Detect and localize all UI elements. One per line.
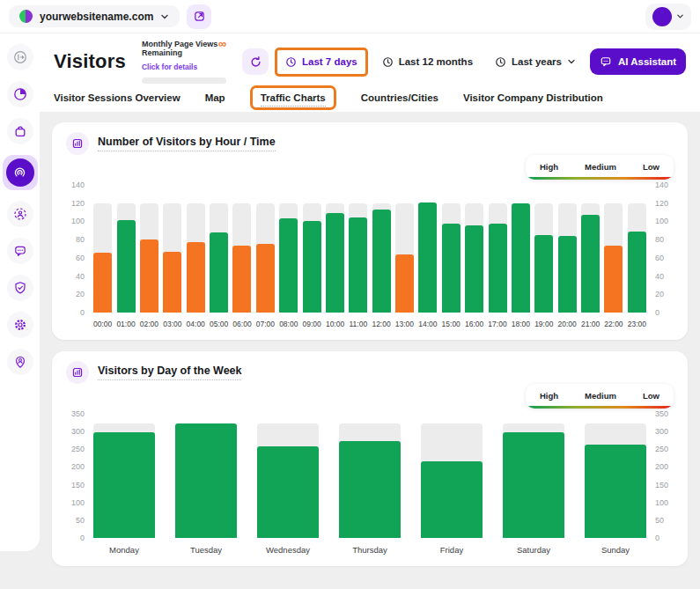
bar[interactable] bbox=[326, 213, 344, 313]
y-tick-label: 60 bbox=[76, 254, 85, 262]
user-menu[interactable] bbox=[645, 4, 691, 30]
ai-assistant-button[interactable]: AI Assistant bbox=[590, 48, 686, 75]
bar[interactable] bbox=[257, 446, 319, 538]
x-tick-label: Saturday bbox=[517, 545, 550, 555]
y-tick-label: 140 bbox=[71, 180, 85, 189]
sidebar-item-location[interactable] bbox=[7, 349, 33, 375]
bar[interactable] bbox=[558, 236, 577, 313]
y-tick-label: 50 bbox=[76, 516, 85, 525]
x-tick-label: 21:00 bbox=[581, 320, 600, 328]
bar[interactable] bbox=[175, 423, 237, 538]
bar-group: 08:00 bbox=[279, 185, 298, 328]
bar[interactable] bbox=[303, 221, 321, 313]
bar[interactable] bbox=[581, 215, 600, 313]
bar-group: Monday bbox=[93, 414, 155, 555]
bar[interactable] bbox=[503, 432, 564, 538]
y-tick-label: 350 bbox=[71, 409, 85, 418]
bar-group: 19:00 bbox=[534, 185, 553, 328]
tab-visitor-company-distribution[interactable]: Visitor Company Distribution bbox=[463, 92, 603, 103]
bar[interactable] bbox=[512, 203, 530, 313]
bar[interactable] bbox=[339, 441, 401, 538]
y-tick-label: 120 bbox=[71, 199, 85, 208]
y-axis-right: 050100150200250300350 bbox=[651, 414, 674, 538]
bar[interactable] bbox=[279, 218, 298, 313]
x-tick-label: 09:00 bbox=[303, 320, 321, 328]
bar-stack bbox=[421, 414, 483, 538]
bar-stack bbox=[187, 185, 205, 313]
bar-stack bbox=[175, 414, 237, 538]
bar-stack bbox=[418, 185, 437, 313]
bar[interactable] bbox=[585, 445, 646, 538]
legend-gradient-bar bbox=[527, 406, 673, 409]
bar-stack bbox=[349, 185, 367, 313]
bar[interactable] bbox=[93, 253, 112, 313]
bar-group: 14:00 bbox=[418, 185, 437, 328]
page-header: Visitors Monthly Page Views Remaining Cl… bbox=[40, 33, 700, 85]
bar-group: 04:00 bbox=[187, 185, 205, 328]
bar[interactable] bbox=[628, 232, 646, 313]
x-tick-label: 00:00 bbox=[93, 320, 112, 328]
plot-area: MondayTuesdayWednesdayThursdayFridaySatu… bbox=[89, 414, 651, 555]
bar[interactable] bbox=[232, 246, 251, 313]
bar[interactable] bbox=[117, 220, 136, 313]
sidebar-item-orders[interactable] bbox=[7, 118, 33, 144]
bar[interactable] bbox=[395, 254, 414, 313]
tab-traffic-charts[interactable]: Traffic Charts bbox=[261, 92, 326, 103]
bar-stack bbox=[279, 185, 298, 313]
y-tick-label: 250 bbox=[71, 445, 85, 453]
chart-title: Visitors by Day of the Week bbox=[98, 364, 241, 380]
sidebar-item-analytics[interactable] bbox=[7, 81, 33, 107]
bar[interactable] bbox=[604, 246, 623, 313]
sidebar-item-collapse[interactable] bbox=[7, 44, 33, 70]
sidebar-item-chat[interactable] bbox=[7, 238, 33, 264]
bar[interactable] bbox=[349, 217, 367, 313]
legend-medium: Medium bbox=[585, 162, 616, 172]
bar[interactable] bbox=[372, 210, 391, 313]
x-tick-label: 15:00 bbox=[442, 320, 461, 328]
quota-details-link[interactable]: Click for details bbox=[142, 63, 197, 71]
bar[interactable] bbox=[256, 244, 275, 313]
y-axis-right: 020406080100120140 bbox=[651, 185, 674, 313]
bar[interactable] bbox=[140, 239, 158, 313]
bar[interactable] bbox=[489, 224, 507, 313]
quota-title: Monthly Page Views Remaining bbox=[142, 40, 218, 57]
refresh-button[interactable] bbox=[242, 48, 269, 75]
filter-last-7-days[interactable]: Last 7 days bbox=[277, 50, 365, 74]
website-name: yourwebsitename.com bbox=[40, 11, 153, 23]
bar[interactable] bbox=[421, 461, 483, 538]
legend-low: Low bbox=[643, 162, 659, 172]
bar[interactable] bbox=[210, 232, 228, 313]
sidebar-item-audience[interactable] bbox=[7, 201, 33, 227]
bar[interactable] bbox=[418, 202, 437, 313]
tab-visitor-sessions-overview[interactable]: Visitor Sessions Overview bbox=[54, 92, 181, 103]
tab-countries-cities[interactable]: Countries/Cities bbox=[361, 92, 438, 103]
bar-group: 21:00 bbox=[581, 185, 600, 328]
bar[interactable] bbox=[93, 432, 155, 538]
x-tick-label: 05:00 bbox=[210, 320, 228, 328]
bar-group: Friday bbox=[421, 414, 483, 555]
bar[interactable] bbox=[534, 235, 553, 313]
tab-map[interactable]: Map bbox=[205, 92, 225, 103]
open-website-button[interactable] bbox=[187, 4, 211, 29]
y-tick-label: 0 bbox=[80, 308, 85, 317]
legend-low: Low bbox=[643, 391, 659, 401]
shield-check-icon bbox=[13, 281, 27, 295]
website-selector[interactable]: yourwebsitename.com bbox=[9, 5, 180, 27]
sidebar-item-visitors[interactable] bbox=[6, 158, 34, 187]
clock-icon bbox=[285, 56, 297, 68]
chat-icon bbox=[13, 244, 27, 258]
x-tick-label: 22:00 bbox=[604, 320, 623, 328]
bar[interactable] bbox=[465, 225, 483, 313]
filter-last-12-months[interactable]: Last 12 months bbox=[374, 50, 481, 74]
bar[interactable] bbox=[442, 224, 461, 313]
y-tick-label: 300 bbox=[71, 427, 85, 436]
bar[interactable] bbox=[187, 242, 205, 313]
sidebar-item-settings[interactable] bbox=[7, 312, 33, 338]
bar[interactable] bbox=[163, 252, 181, 313]
filter-last-years[interactable]: Last years bbox=[487, 50, 584, 74]
x-tick-label: 04:00 bbox=[187, 320, 205, 328]
bar-group: 16:00 bbox=[465, 185, 483, 328]
y-tick-label: 80 bbox=[655, 235, 664, 244]
sidebar-item-security[interactable] bbox=[7, 275, 33, 301]
sidebar-active-highlight bbox=[3, 155, 38, 190]
